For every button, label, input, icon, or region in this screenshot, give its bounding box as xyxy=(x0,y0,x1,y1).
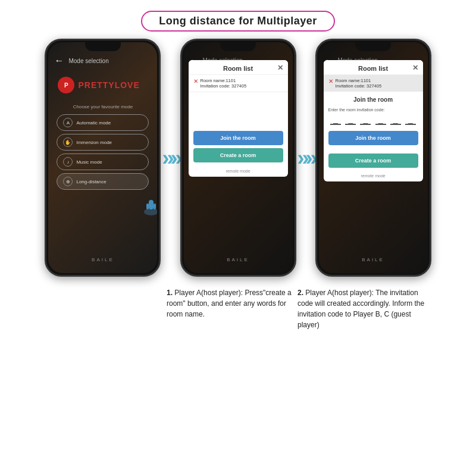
join-section-3: Join the room Enter the room invitation … xyxy=(324,92,423,154)
remote-label-2: remote mode xyxy=(226,169,250,173)
modal-title-3: Room list xyxy=(358,65,388,72)
phone-2-screen: ← Mode selection Room list ✕ ✕ Room name… xyxy=(184,42,293,273)
join-room-btn-3[interactable]: Join the room xyxy=(328,131,418,145)
code-dash-3[interactable]: _ xyxy=(360,114,371,125)
logo-area: P PRETTYLOVE xyxy=(48,72,157,98)
room-code-2: Invitation code: 327405 xyxy=(201,83,247,89)
join-title-3: Join the room xyxy=(328,96,418,103)
room-item-3: ✕ Room name:1101 Invitation code: 327405 xyxy=(324,75,423,92)
arrow-chevron-1: »» xyxy=(162,146,178,171)
code-dash-1[interactable]: _ xyxy=(330,114,341,125)
modal-footer-3: remote mode xyxy=(324,170,423,181)
room-list-modal-3: Room list ✕ ✕ Room name:1101 Invitation … xyxy=(324,60,423,181)
code-dash-2[interactable]: _ xyxy=(345,114,356,125)
page-title: Long distance for Multiplayer xyxy=(141,11,335,32)
desc-spacer xyxy=(48,287,167,330)
modal-close-3[interactable]: ✕ xyxy=(412,64,418,72)
create-room-btn-3[interactable]: Create a room xyxy=(328,154,418,168)
code-dash-4[interactable]: _ xyxy=(375,114,386,125)
join-room-btn-2[interactable]: Join the room xyxy=(193,131,283,145)
screen2-background: ← Mode selection Room list ✕ ✕ Room name… xyxy=(184,42,293,273)
desc-body-1: Player A(host player): Press"create a ro… xyxy=(167,289,292,318)
phone-3: ← Mode selection Room list ✕ ✕ Room name… xyxy=(315,39,431,277)
phone-1: ← Mode selection P PRETTYLOVE Choose you… xyxy=(45,39,161,277)
brand-bar-2: BAILE xyxy=(184,257,293,262)
screen1-background: ← Mode selection P PRETTYLOVE Choose you… xyxy=(48,42,157,273)
modal-close-2[interactable]: ✕ xyxy=(277,64,283,72)
join-label-3: Enter the room invitation code: xyxy=(328,108,418,112)
mode-icon-longdistance: ⊕ xyxy=(63,177,73,186)
mode-music[interactable]: ♪ Music mode xyxy=(57,154,149,170)
brand-icon: P xyxy=(58,77,74,93)
phone-2-notch xyxy=(220,40,256,51)
mode-label-longdistance: Long-distance xyxy=(76,179,106,184)
mode-automatic[interactable]: A Automatic mode xyxy=(57,114,149,131)
room-item-2: ✕ Room name:1101 Invitation code: 327405 xyxy=(189,75,288,92)
svg-rect-2 xyxy=(146,203,149,209)
phone-1-screen: ← Mode selection P PRETTYLOVE Choose you… xyxy=(48,42,157,273)
arrow-1: »» xyxy=(161,39,180,171)
room-name-3: Room name:1101 xyxy=(336,78,382,83)
brand-bar-3: BAILE xyxy=(319,257,428,262)
code-dash-6[interactable]: _ xyxy=(405,114,416,125)
brand-bar-1: BAILE xyxy=(48,257,157,262)
desc-body-2: Player A(host player): The invitation co… xyxy=(298,289,424,329)
room-info-2: Room name:1101 Invitation code: 327405 xyxy=(201,78,247,89)
create-room-btn-2[interactable]: Create a room xyxy=(193,148,283,162)
phone-1-notch xyxy=(85,40,121,51)
back-icon[interactable]: ← xyxy=(54,55,64,66)
arrow-2: »» xyxy=(296,39,315,171)
choose-text: Choose your favourite mode xyxy=(48,104,157,109)
remote-label-3: remote mode xyxy=(361,174,385,178)
title-area: Long distance for Multiplayer xyxy=(0,11,476,32)
mode-label-immersion: Immersion mode xyxy=(76,140,112,145)
svg-rect-1 xyxy=(149,200,154,209)
desc-num-2: 2. xyxy=(298,289,303,297)
modal-footer-2: remote mode xyxy=(189,165,288,177)
code-dash-5[interactable]: _ xyxy=(390,114,401,125)
phones-row: ← Mode selection P PRETTYLOVE Choose you… xyxy=(0,39,476,277)
descriptions-row: 1. Player A(host player): Press"create a… xyxy=(0,287,476,330)
mode-icon-music: ♪ xyxy=(63,157,73,167)
room-x-2: ✕ xyxy=(193,78,198,84)
phone-3-notch xyxy=(355,40,391,51)
description-1: 1. Player A(host player): Press"create a… xyxy=(167,287,298,330)
phone-2: ← Mode selection Room list ✕ ✕ Room name… xyxy=(180,39,296,277)
screen3-background: ← Mode selection Room list ✕ ✕ Room name… xyxy=(319,42,428,273)
phone-3-screen: ← Mode selection Room list ✕ ✕ Room name… xyxy=(319,42,428,273)
arrow-chevron-2: »» xyxy=(298,146,314,171)
svg-rect-3 xyxy=(154,203,156,209)
room-info-3: Room name:1101 Invitation code: 327405 xyxy=(336,78,382,89)
description-2: 2. Player A(host player): The invitation… xyxy=(298,287,428,330)
mode-label-auto: Automatic mode xyxy=(76,120,111,126)
mode-immersion[interactable]: ✋ Immersion mode xyxy=(57,134,149,151)
room-name-2: Room name:1101 xyxy=(201,78,247,83)
code-input-row: _ _ _ _ _ _ xyxy=(328,114,418,125)
desc-num-1: 1. xyxy=(167,289,173,297)
room-code-3: Invitation code: 327405 xyxy=(336,83,382,89)
modal-header-2: Room list ✕ xyxy=(189,60,288,75)
screen1-title: Mode selection xyxy=(68,58,108,64)
modal-spacer-2 xyxy=(189,92,288,128)
mode-label-music: Music mode xyxy=(76,159,102,165)
brand-name: PRETTYLOVE xyxy=(78,80,139,90)
room-list-modal-2: Room list ✕ ✕ Room name:1101 Invitation … xyxy=(189,60,288,177)
mode-icon-immersion: ✋ xyxy=(63,137,73,147)
mode-longdistance[interactable]: ⊕ Long-distance xyxy=(57,173,149,190)
mode-icon-auto: A xyxy=(63,118,73,127)
modal-header-3: Room list ✕ xyxy=(324,60,423,75)
modal-title-2: Room list xyxy=(223,65,253,72)
finger-pointer-icon xyxy=(140,195,157,217)
room-x-3: ✕ xyxy=(328,78,333,84)
